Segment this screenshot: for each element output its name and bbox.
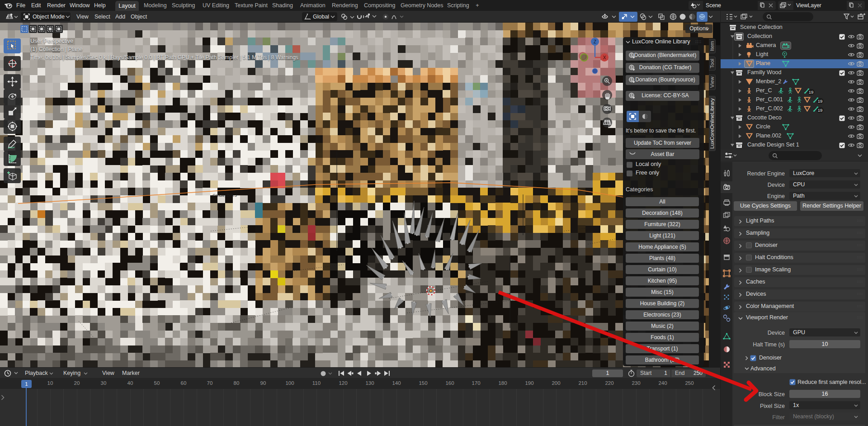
svg-text:Z: Z (594, 39, 596, 44)
svg-text:X: X (603, 55, 606, 60)
